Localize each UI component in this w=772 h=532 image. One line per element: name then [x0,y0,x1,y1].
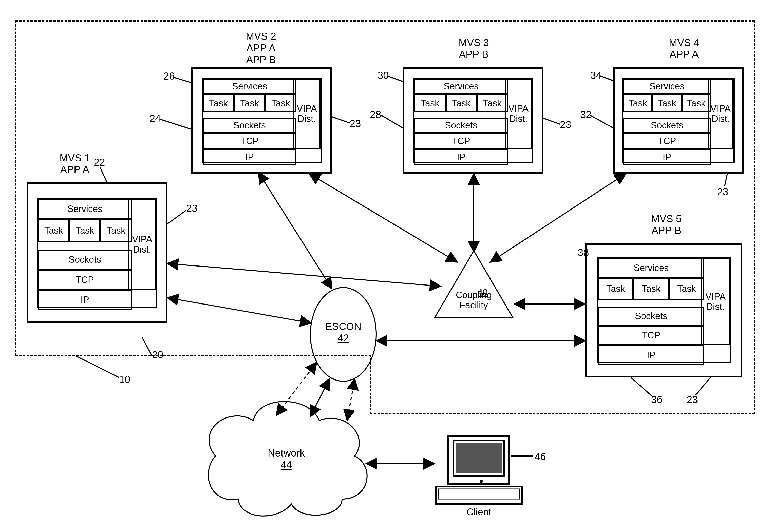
mvs2-sockets: Sockets [203,118,296,133]
mvs3-vipa: VIPA Dist. [505,79,532,149]
mvs3-box: Services Task Task Task Sockets TCP IP V… [403,67,543,174]
mvs1-task-1: Task [38,219,69,242]
svg-line-28 [590,115,613,128]
ref-28: 28 [370,109,381,120]
svg-line-18 [76,356,119,377]
sysplex-border-top [15,20,755,22]
mvs1-ip: IP [38,290,132,310]
ref-32: 32 [580,109,592,120]
mvs1-stack: Services Task Task Task Sockets TCP IP V… [37,198,157,308]
mvs3-task-3: Task [477,94,508,112]
ref-23-a: 23 [186,203,198,214]
ref-22: 22 [94,157,105,168]
svg-line-22 [160,119,191,129]
mvs1-title: MVS 1 APP A [49,152,100,175]
mvs4-task-3: Task [682,94,711,112]
ref-38: 38 [578,247,589,258]
sysplex-border-bottom-right [370,413,755,414]
mvs3-task-1: Task [414,94,446,112]
mvs1-services: Services [38,199,132,219]
sysplex-border-left [15,20,16,356]
svg-line-11 [347,379,355,421]
mvs1-box: Services Task Task Task Sockets TCP IP V… [27,182,167,323]
mvs2-task-3: Task [265,94,296,112]
mvs1-task-2: Task [69,219,100,242]
mvs1-tcp: TCP [38,270,132,290]
sysplex-border-right [754,20,755,414]
mvs4-vipa: VIPA Dist. [708,79,733,149]
mvs3-tcp: TCP [414,133,508,149]
coupling-label: Coupling Facility [454,290,494,310]
mvs1-sockets: Sockets [38,250,132,270]
svg-line-19 [142,337,152,356]
mvs3-sockets: Sockets [414,118,508,133]
svg-line-13 [309,174,457,262]
svg-line-10 [276,362,317,415]
svg-point-5 [480,480,483,483]
mvs5-sockets: Sockets [598,307,704,326]
mvs4-sockets: Sockets [623,118,711,133]
mvs5-stack: Services Task Task Task Sockets TCP IP V… [597,257,731,363]
mvs2-ip: IP [203,149,296,165]
ref-26: 26 [163,70,175,82]
svg-rect-3 [436,486,522,504]
mvs5-services: Services [598,258,704,278]
mvs2-vipa: VIPA Dist. [293,79,321,149]
sysplex-border-bottom-left [15,355,371,356]
mvs4-services: Services [623,79,711,94]
svg-line-12 [167,263,441,286]
mvs3-task-2: Task [446,94,477,112]
mvs3-title: MVS 3 APP B [448,37,499,60]
ref-46: 46 [535,451,546,462]
ref-23-b: 23 [350,118,361,129]
svg-line-6 [167,298,311,323]
mvs5-task-3: Task [669,278,704,300]
mvs5-task-2: Task [633,278,669,300]
mvs4-box: Services Task Task Task Sockets TCP IP V… [613,67,744,174]
svg-rect-1 [454,440,504,476]
client-computer [436,436,522,504]
mvs2-stack: Services Task Task Task Sockets TCP IP V… [202,78,322,163]
svg-rect-2 [456,443,502,473]
ref-23-d: 23 [717,186,728,198]
mvs2-tcp: TCP [203,133,296,149]
mvs4-title: MVS 4 APP A [659,37,709,60]
mvs1-task-3: Task [100,219,132,242]
mvs5-vipa: VIPA Dist. [701,258,730,345]
mvs2-box: Services Task Task Task Sockets TCP IP V… [191,67,332,174]
mvs5-title: MVS 5 APP B [641,213,692,236]
mvs5-box: Services Task Task Task Sockets TCP IP V… [585,243,742,377]
svg-rect-4 [438,489,519,499]
ref-34: 34 [590,70,602,81]
mvs5-task-1: Task [598,278,633,300]
mvs1-vipa: VIPA Dist. [128,199,156,290]
network-label: Network 44 [261,447,312,470]
svg-line-31 [631,377,652,396]
svg-rect-0 [448,436,509,484]
mvs2-title: MVS 2 APP A APP B [236,30,286,65]
mvs2-services: Services [203,79,296,94]
ref-23-e: 23 [687,394,698,405]
ref-20: 20 [152,349,163,360]
mvs2-task-2: Task [234,94,265,112]
ref-24: 24 [149,113,161,124]
svg-line-7 [258,172,332,289]
escon-label: ESCON 42 [323,320,364,344]
mvs5-tcp: TCP [598,326,704,345]
client-label: Client [464,507,494,518]
mvs4-stack: Services Task Task Task Sockets TCP IP V… [622,78,735,163]
svg-line-25 [381,115,403,128]
mvs2-task-1: Task [203,94,234,112]
mvs3-stack: Services Task Task Task Sockets TCP IP V… [413,78,533,163]
ref-30: 30 [378,70,389,81]
mvs4-tcp: TCP [623,133,711,149]
svg-line-9 [310,379,329,417]
ref-10: 10 [119,374,130,385]
mvs4-task-1: Task [623,94,652,112]
ref-36: 36 [651,394,663,405]
mvs3-ip: IP [414,149,508,165]
ref-23-c: 23 [560,119,571,130]
mvs5-ip: IP [598,345,704,365]
mvs4-ip: IP [623,149,711,165]
mvs4-task-2: Task [652,94,682,112]
